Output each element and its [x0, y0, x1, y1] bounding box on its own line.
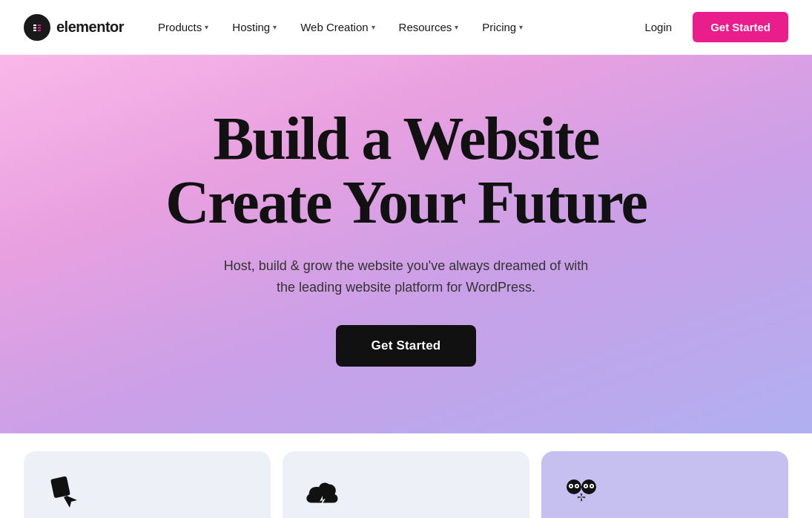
cards-section: Build Bring your vision to life with the… [0, 433, 812, 518]
nav-item-pricing[interactable]: Pricing ▾ [472, 15, 533, 39]
nav-item-web-creation[interactable]: Web Creation ▾ [290, 15, 385, 39]
chevron-down-icon: ▾ [455, 23, 458, 31]
svg-point-15 [570, 485, 572, 487]
svg-point-9 [567, 479, 581, 494]
nav-item-resources[interactable]: Resources ▾ [389, 15, 469, 39]
chevron-down-icon: ▾ [372, 23, 375, 31]
svg-rect-2 [33, 27, 36, 28]
svg-point-10 [581, 479, 596, 494]
chevron-down-icon: ▾ [205, 23, 208, 31]
svg-rect-5 [38, 27, 41, 28]
svg-rect-7 [50, 476, 70, 498]
nav-item-products[interactable]: Products ▾ [148, 15, 219, 39]
svg-rect-6 [38, 30, 41, 31]
chevron-down-icon: ▾ [273, 23, 277, 31]
hero-section: Build a Website Create Your Future Host,… [0, 55, 812, 433]
svg-rect-1 [33, 24, 36, 26]
hero-subtitle: Host, build & grow the website you've al… [214, 255, 599, 298]
cursor-icon [44, 475, 83, 514]
nav-item-hosting[interactable]: Hosting ▾ [222, 15, 287, 39]
hero-cta-button[interactable]: Get Started [336, 325, 477, 367]
svg-point-0 [30, 21, 44, 34]
svg-point-16 [576, 485, 578, 487]
nav-links: Products ▾ Hosting ▾ Web Creation ▾ Reso… [148, 15, 636, 39]
login-button[interactable]: Login [636, 15, 681, 39]
svg-rect-4 [38, 24, 41, 26]
hero-title: Build a Website Create Your Future [165, 107, 647, 235]
get-started-nav-button[interactable]: Get Started [693, 12, 788, 42]
logo-text: elementor [56, 19, 124, 36]
svg-marker-8 [64, 496, 77, 508]
card-ai: Generate with AI Supercharge your sites … [541, 451, 788, 518]
cloud-icon [303, 475, 342, 514]
logo[interactable]: elementor [24, 14, 124, 41]
svg-point-17 [585, 485, 587, 487]
ai-sparkle-icon [562, 475, 601, 514]
chevron-down-icon: ▾ [519, 23, 523, 31]
card-build: Build Bring your vision to life with the… [24, 451, 271, 518]
card-host: Host Grow with lightning–fast, scalable … [283, 451, 529, 518]
logo-icon [24, 14, 50, 41]
svg-point-18 [591, 485, 593, 487]
nav-actions: Login Get Started [636, 12, 788, 42]
navbar: elementor Products ▾ Hosting ▾ Web Creat… [0, 0, 812, 55]
svg-rect-3 [33, 30, 36, 31]
